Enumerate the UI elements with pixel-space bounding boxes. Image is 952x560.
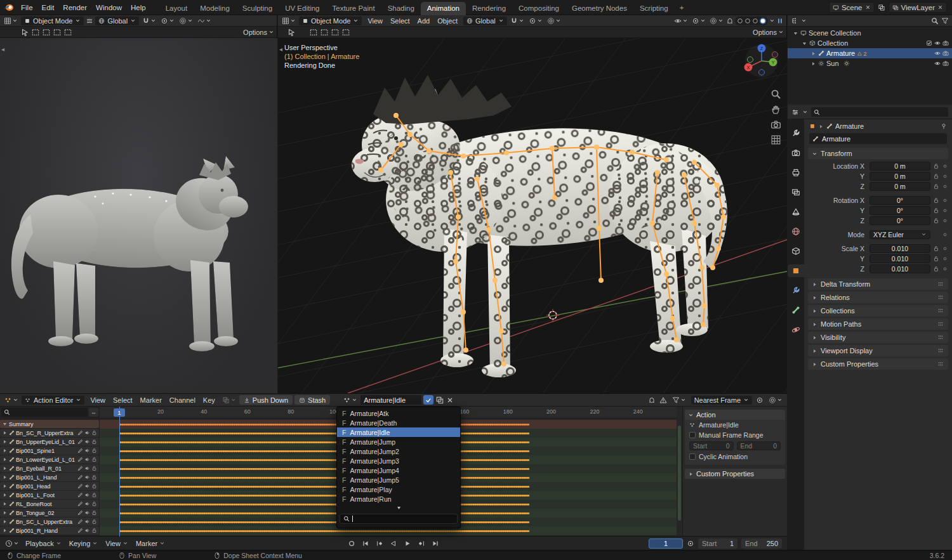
menu-file[interactable]: File [17,3,37,13]
action-panel-header[interactable]: Action [685,410,785,420]
channel-bip001_spine1[interactable]: Bip001_Spine1 [0,446,99,455]
animate-dot-icon[interactable] [942,173,948,179]
edit-icon[interactable] [77,519,83,524]
tool-options-dropdown[interactable]: Options [243,29,274,36]
lock-icon[interactable] [91,483,97,489]
select-box-mode3-icon[interactable] [63,28,72,37]
tab-world[interactable] [788,225,804,238]
transform-value-field[interactable]: 0 m [869,162,930,171]
transform-value-field[interactable]: 0 m [869,172,930,181]
filter-icon[interactable] [941,17,949,25]
edit-icon[interactable] [77,457,83,462]
eye-toggle-icon[interactable] [934,60,941,67]
keyframe-band[interactable] [119,511,529,516]
toggle-ortho-icon[interactable] [770,134,781,145]
pause-icon[interactable] [776,17,784,25]
viewport-menu-view[interactable]: View [364,17,387,25]
start-frame-field[interactable]: Start 0 [689,441,734,450]
action-option-armature-play[interactable]: FArmature|Play [337,485,460,494]
select-box-icon[interactable] [31,28,40,37]
disclosure-icon[interactable] [810,61,816,67]
tab-shading[interactable]: Shading [381,2,421,15]
tab-sculpting[interactable]: Sculpting [236,2,279,15]
disclosure-icon[interactable] [793,30,798,36]
viewport-right-canvas[interactable]: X Y Z User Perspective (1) Collection | … [278,38,787,393]
lock-icon[interactable] [91,474,97,480]
menu-window[interactable]: Window [91,3,126,13]
tab-scene[interactable] [788,205,804,218]
outliner-row-sun[interactable]: Sun [788,58,952,68]
outliner-row-scene-collection[interactable]: Scene Collection [788,28,952,38]
tab-physics[interactable] [788,323,804,336]
jump-start-button[interactable] [360,538,371,549]
select-box-mode2-icon[interactable] [53,28,62,37]
tab-modifiers[interactable] [788,284,804,297]
vertical-scrollbar[interactable] [678,426,681,521]
action-option-armature-death[interactable]: FArmature|Death [337,418,460,427]
tab-tool[interactable] [788,127,804,140]
lock-icon[interactable] [91,457,97,462]
scene-selector[interactable]: Scene [829,2,875,13]
properties-editor-icon[interactable] [791,108,799,116]
channel-rl_boneroot[interactable]: RL_BoneRoot [0,500,99,508]
animate-dot-icon[interactable] [942,197,948,204]
play-button[interactable] [402,538,413,549]
orientation-dropdown[interactable]: Global [95,16,139,25]
mute-icon[interactable] [84,474,90,480]
object-name-field[interactable]: Armature [809,133,947,144]
panel-relations[interactable]: Relations [808,292,948,303]
outliner-row-collection[interactable]: Collection [788,38,952,48]
proportional-dropdown[interactable] [178,16,194,25]
transform-value-field[interactable]: XYZ Euler [869,230,930,239]
mute-icon[interactable] [84,448,90,453]
warning-icon[interactable] [659,396,667,404]
lock-icon[interactable] [933,218,939,224]
wireframe-shading-icon[interactable] [737,18,743,24]
snap-dropdown[interactable]: Nearest Frame [691,396,752,405]
tab-render[interactable] [788,147,804,159]
outliner-row-armature[interactable]: Armature2 [788,48,952,58]
snap-toggle[interactable] [141,16,157,25]
keyframe-band[interactable] [119,457,529,463]
ghost-icon[interactable] [648,396,656,404]
dope-mode-dropdown[interactable]: Action Editor [22,396,84,405]
menu-render[interactable]: Render [58,3,91,13]
edit-icon[interactable] [77,492,83,498]
custom-properties-header[interactable]: Custom Properties [685,469,785,479]
dope-menu-channel[interactable]: Channel [166,396,199,404]
channel-bn_sc_r_upperextra[interactable]: Bn_SC_R_UpperExtra [0,429,99,437]
menu-help[interactable]: Help [126,3,150,13]
channel-bip001_l_foot[interactable]: Bip001_L_Foot [0,491,99,499]
filter-dropdown[interactable] [671,396,687,405]
manual-frame-range-row[interactable]: Manual Frame Range [685,430,785,440]
disclosure-icon[interactable] [2,448,8,453]
lock-icon[interactable] [91,430,97,436]
cyclic-checkbox[interactable] [689,453,696,460]
viewlayer-selector[interactable]: ViewLayer [889,2,948,13]
disclosure-icon[interactable] [2,421,8,427]
mute-icon[interactable] [84,466,90,471]
layer-dropdown[interactable] [221,396,237,405]
lock-icon[interactable] [91,492,97,498]
end-frame-field[interactable]: End 0 [737,441,781,450]
action-option-armature-run[interactable]: FArmature|Run [337,494,460,504]
chevron-down-icon[interactable] [802,109,808,115]
transform-panel-header[interactable]: Transform [808,148,948,159]
keyframe-band[interactable] [119,475,529,481]
tab-geometry-nodes[interactable]: Geometry Nodes [565,2,633,15]
lock-icon[interactable] [91,501,97,507]
edit-icon[interactable] [77,510,83,516]
action-option-armature-atk[interactable]: FArmature|Atk [337,408,460,418]
camera-toggle-icon[interactable] [942,60,949,67]
properties-search-input[interactable] [811,107,948,117]
dope-menu-select[interactable]: Select [109,396,136,404]
keyframe-band[interactable] [119,431,529,436]
mute-icon[interactable] [84,483,90,489]
outliner-editor-icon[interactable] [791,17,798,25]
transform-value-field[interactable]: 0 m [869,182,930,191]
disclosure-icon[interactable] [2,501,8,507]
material-shading-icon[interactable] [752,18,758,24]
search-icon[interactable] [931,17,939,25]
channel-bn_lowereyelid_l_01[interactable]: Bn_LowerEyeLid_L_01 [0,455,99,464]
add-workspace-button[interactable]: + [675,4,689,11]
